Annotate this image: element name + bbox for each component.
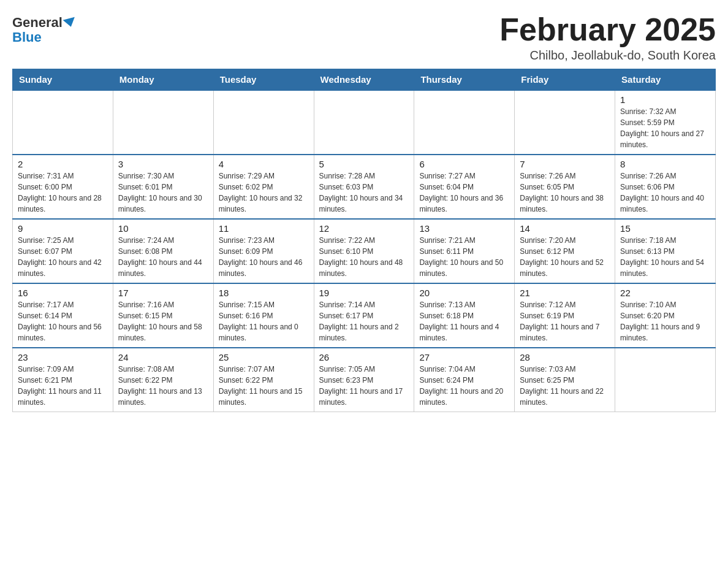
day-info: Sunrise: 7:28 AM	[319, 170, 409, 182]
day-info: Daylight: 11 hours and 0 minutes.	[219, 321, 309, 343]
day-number: 8	[620, 159, 710, 169]
weekday-header-sunday: Sunday	[13, 69, 113, 91]
day-info: Sunrise: 7:17 AM	[18, 299, 108, 310]
logo-general-text: General	[12, 15, 63, 30]
day-info: Sunset: 6:01 PM	[118, 182, 208, 193]
day-number: 4	[219, 159, 309, 169]
day-number: 9	[18, 223, 108, 234]
calendar-cell: 28Sunrise: 7:03 AMSunset: 6:25 PMDayligh…	[515, 348, 615, 412]
calendar-cell: 27Sunrise: 7:04 AMSunset: 6:24 PMDayligh…	[414, 348, 515, 412]
day-info: Daylight: 11 hours and 4 minutes.	[419, 321, 509, 343]
day-info: Sunset: 6:20 PM	[620, 310, 710, 321]
calendar-header: SundayMondayTuesdayWednesdayThursdayFrid…	[13, 69, 716, 91]
day-info: Sunrise: 7:03 AM	[520, 364, 610, 375]
calendar-cell: 23Sunrise: 7:09 AMSunset: 6:21 PMDayligh…	[13, 348, 113, 412]
day-info: Sunset: 5:59 PM	[620, 117, 710, 128]
calendar-cell	[414, 90, 515, 155]
day-info: Daylight: 11 hours and 11 minutes.	[18, 386, 108, 408]
day-info: Daylight: 10 hours and 58 minutes.	[118, 321, 208, 343]
calendar-cell: 21Sunrise: 7:12 AMSunset: 6:19 PMDayligh…	[515, 283, 615, 348]
day-number: 14	[520, 223, 610, 234]
calendar-cell	[113, 90, 213, 155]
day-info: Sunrise: 7:25 AM	[18, 235, 108, 246]
logo-arrow-icon	[63, 17, 77, 29]
day-info: Sunset: 6:00 PM	[18, 182, 108, 193]
day-number: 11	[219, 223, 309, 234]
day-info: Sunrise: 7:24 AM	[118, 235, 208, 246]
calendar-cell: 17Sunrise: 7:16 AMSunset: 6:15 PMDayligh…	[113, 283, 213, 348]
day-number: 28	[520, 352, 610, 362]
day-info: Sunrise: 7:32 AM	[620, 106, 710, 117]
day-number: 25	[219, 352, 309, 362]
calendar-week-2: 2Sunrise: 7:31 AMSunset: 6:00 PMDaylight…	[13, 155, 716, 219]
calendar-cell: 7Sunrise: 7:26 AMSunset: 6:05 PMDaylight…	[515, 155, 615, 219]
calendar-body: 1Sunrise: 7:32 AMSunset: 5:59 PMDaylight…	[13, 90, 716, 412]
calendar-cell: 16Sunrise: 7:17 AMSunset: 6:14 PMDayligh…	[13, 283, 113, 348]
day-info: Daylight: 10 hours and 54 minutes.	[620, 257, 710, 279]
day-number: 18	[219, 288, 309, 298]
calendar-week-3: 9Sunrise: 7:25 AMSunset: 6:07 PMDaylight…	[13, 219, 716, 283]
day-info: Sunset: 6:02 PM	[219, 182, 309, 193]
day-info: Sunset: 6:03 PM	[319, 182, 409, 193]
day-info: Daylight: 11 hours and 22 minutes.	[520, 386, 610, 408]
day-number: 6	[419, 159, 509, 169]
day-number: 16	[18, 288, 108, 298]
day-number: 26	[319, 352, 409, 362]
day-number: 3	[118, 159, 208, 169]
day-info: Sunrise: 7:26 AM	[620, 170, 710, 182]
day-number: 24	[118, 352, 208, 362]
day-info: Sunrise: 7:12 AM	[520, 299, 610, 310]
calendar-cell	[515, 90, 615, 155]
day-info: Sunrise: 7:30 AM	[118, 170, 208, 182]
day-number: 23	[18, 352, 108, 362]
day-info: Daylight: 10 hours and 28 minutes.	[18, 193, 108, 215]
day-info: Sunrise: 7:08 AM	[118, 364, 208, 375]
day-info: Sunrise: 7:18 AM	[620, 235, 710, 246]
day-info: Sunrise: 7:27 AM	[419, 170, 509, 182]
calendar-cell: 8Sunrise: 7:26 AMSunset: 6:06 PMDaylight…	[615, 155, 716, 219]
day-info: Sunset: 6:14 PM	[18, 310, 108, 321]
day-info: Sunrise: 7:29 AM	[219, 170, 309, 182]
day-info: Daylight: 10 hours and 42 minutes.	[18, 257, 108, 279]
day-info: Sunset: 6:08 PM	[118, 246, 208, 257]
calendar-week-4: 16Sunrise: 7:17 AMSunset: 6:14 PMDayligh…	[13, 283, 716, 348]
day-number: 17	[118, 288, 208, 298]
calendar-cell: 3Sunrise: 7:30 AMSunset: 6:01 PMDaylight…	[113, 155, 213, 219]
day-info: Sunset: 6:18 PM	[419, 310, 509, 321]
day-info: Sunrise: 7:22 AM	[319, 235, 409, 246]
calendar-cell: 9Sunrise: 7:25 AMSunset: 6:07 PMDaylight…	[13, 219, 113, 283]
day-info: Daylight: 10 hours and 36 minutes.	[419, 193, 509, 215]
day-info: Sunset: 6:21 PM	[18, 375, 108, 386]
calendar-cell: 13Sunrise: 7:21 AMSunset: 6:11 PMDayligh…	[414, 219, 515, 283]
day-number: 27	[419, 352, 509, 362]
day-info: Sunset: 6:07 PM	[18, 246, 108, 257]
calendar-cell	[314, 90, 414, 155]
calendar-week-1: 1Sunrise: 7:32 AMSunset: 5:59 PMDaylight…	[13, 90, 716, 155]
calendar-cell: 14Sunrise: 7:20 AMSunset: 6:12 PMDayligh…	[515, 219, 615, 283]
weekday-header-row: SundayMondayTuesdayWednesdayThursdayFrid…	[13, 69, 716, 91]
calendar-cell: 11Sunrise: 7:23 AMSunset: 6:09 PMDayligh…	[213, 219, 314, 283]
day-number: 10	[118, 223, 208, 234]
day-info: Daylight: 10 hours and 27 minutes.	[620, 128, 710, 150]
day-info: Sunset: 6:05 PM	[520, 182, 610, 193]
day-info: Daylight: 11 hours and 2 minutes.	[319, 321, 409, 343]
day-info: Daylight: 10 hours and 48 minutes.	[319, 257, 409, 279]
weekday-header-thursday: Thursday	[414, 69, 515, 91]
day-info: Sunset: 6:17 PM	[319, 310, 409, 321]
day-info: Sunrise: 7:20 AM	[520, 235, 610, 246]
day-info: Sunrise: 7:23 AM	[219, 235, 309, 246]
day-info: Daylight: 10 hours and 56 minutes.	[18, 321, 108, 343]
page-header: General Blue February 2025 Chilbo, Jeoll…	[12, 12, 716, 63]
day-info: Sunrise: 7:21 AM	[419, 235, 509, 246]
calendar-cell: 15Sunrise: 7:18 AMSunset: 6:13 PMDayligh…	[615, 219, 716, 283]
weekday-header-saturday: Saturday	[615, 69, 716, 91]
weekday-header-monday: Monday	[113, 69, 213, 91]
day-info: Sunrise: 7:05 AM	[319, 364, 409, 375]
day-number: 13	[419, 223, 509, 234]
calendar-cell: 5Sunrise: 7:28 AMSunset: 6:03 PMDaylight…	[314, 155, 414, 219]
day-info: Daylight: 11 hours and 15 minutes.	[219, 386, 309, 408]
day-info: Sunrise: 7:07 AM	[219, 364, 309, 375]
day-info: Sunset: 6:22 PM	[118, 375, 208, 386]
day-number: 21	[520, 288, 610, 298]
calendar-title: February 2025	[499, 12, 716, 47]
